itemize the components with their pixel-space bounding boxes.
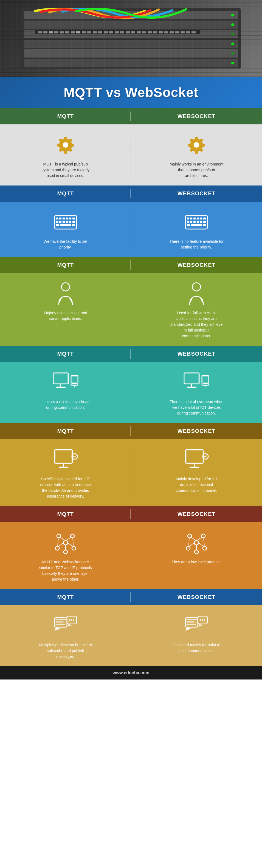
svg-rect-66	[200, 218, 202, 219]
svg-point-113	[72, 546, 76, 550]
svg-rect-74	[187, 224, 190, 226]
svg-rect-42	[192, 31, 196, 33]
right-cell-3: Used for full web client applications as…	[131, 273, 262, 346]
svg-rect-149	[186, 624, 196, 625]
websocket-header-4: WebSocket	[131, 346, 262, 362]
svg-rect-0	[21, 8, 241, 68]
svg-rect-56	[69, 221, 71, 223]
right-text-4: There is a lot of overhead when we have …	[169, 399, 224, 416]
sections-container: MQTT WebSocket MQTT is a typical pub/sub…	[0, 108, 262, 666]
svg-line-133	[188, 538, 190, 546]
svg-point-152	[202, 619, 203, 621]
svg-rect-18	[60, 31, 64, 33]
websocket-header-6: WebSocket	[131, 506, 262, 522]
svg-point-124	[201, 534, 205, 538]
svg-rect-40	[180, 31, 185, 33]
svg-rect-25	[98, 31, 102, 33]
section-header-4: MQTT WebSocket	[0, 346, 262, 362]
right-icon-4	[184, 370, 209, 395]
svg-rect-35	[153, 31, 157, 33]
section-header-1: MQTT WebSocket	[0, 108, 262, 124]
svg-rect-92	[185, 374, 198, 383]
left-text-3: Majorly used in client and server applic…	[38, 310, 93, 322]
websocket-header-3: WebSocket	[131, 257, 262, 273]
right-icon-7	[184, 614, 209, 638]
left-cell-3: Majorly used in client and server applic…	[0, 273, 131, 346]
svg-rect-100	[56, 451, 71, 462]
svg-rect-51	[72, 218, 75, 219]
svg-point-11	[231, 52, 234, 55]
svg-point-141	[69, 619, 70, 621]
svg-rect-31	[131, 31, 135, 33]
section-1: MQTT WebSocket MQTT is a typical pub/sub…	[0, 108, 262, 185]
left-cell-1: MQTT is a typical pub/sub system and the…	[0, 124, 131, 185]
left-text-5: Specifically designed for IOT devices wi…	[38, 476, 93, 499]
svg-line-131	[199, 543, 203, 546]
mqtt-header-5: MQTT	[0, 423, 131, 439]
svg-rect-48	[63, 218, 65, 219]
left-text-6: MQTT and Websockets are similar to TCP a…	[38, 559, 93, 582]
svg-rect-68	[187, 221, 189, 223]
left-icon-5	[53, 447, 78, 472]
svg-rect-13	[35, 30, 200, 34]
svg-rect-83	[53, 373, 68, 384]
svg-rect-98	[203, 383, 208, 384]
left-cell-7: Multiples parties can be able to subscri…	[0, 605, 131, 666]
section-4: MQTT WebSocket It incurs a minimal overh…	[0, 346, 262, 423]
left-icon-1	[53, 133, 78, 157]
mqtt-header-2: MQTT	[0, 185, 131, 202]
svg-point-10	[231, 42, 234, 45]
svg-rect-32	[137, 31, 141, 33]
svg-rect-19	[65, 31, 69, 33]
svg-point-12	[231, 62, 234, 64]
svg-line-129	[197, 537, 202, 540]
svg-rect-73	[203, 221, 206, 223]
svg-point-110	[57, 534, 61, 538]
left-cell-4: It incurs a minimal overhead during comm…	[0, 362, 131, 423]
right-text-1: Mainly works in an environment that supp…	[169, 161, 224, 179]
svg-marker-136	[55, 627, 60, 631]
svg-rect-4	[24, 40, 238, 48]
svg-rect-54	[63, 221, 65, 223]
right-icon-1	[184, 133, 209, 157]
svg-rect-71	[197, 221, 199, 223]
svg-point-9	[231, 33, 234, 36]
left-cell-2: We have the facility to set priority.	[0, 202, 131, 257]
svg-rect-23	[87, 31, 91, 33]
left-icon-3	[53, 281, 78, 306]
left-text-7: Multiples parties can be able to subscri…	[38, 642, 93, 659]
left-text-4: It incurs a minimal overhead during comm…	[38, 399, 93, 410]
svg-rect-69	[190, 221, 192, 223]
svg-rect-15	[43, 31, 48, 33]
svg-rect-22	[82, 31, 86, 33]
svg-line-115	[60, 537, 65, 540]
left-icon-7	[53, 614, 78, 638]
section-3: MQTT WebSocket Majorly used in client an…	[0, 257, 262, 346]
svg-point-44	[194, 142, 199, 148]
svg-line-134	[203, 538, 205, 546]
svg-point-109	[63, 540, 68, 545]
svg-rect-5	[24, 49, 238, 58]
svg-point-127	[195, 550, 198, 554]
svg-rect-46	[56, 218, 58, 219]
svg-rect-148	[186, 621, 195, 622]
right-cell-4: There is a lot of overhead when we have …	[131, 362, 262, 423]
svg-rect-50	[69, 218, 71, 219]
left-cell-6: MQTT and Websockets are similar to TCP a…	[0, 522, 131, 589]
svg-point-114	[64, 550, 67, 554]
right-cell-7: Designed mainly for point to point commu…	[131, 605, 262, 666]
svg-rect-67	[203, 218, 206, 219]
svg-rect-30	[126, 31, 130, 33]
svg-rect-75	[191, 224, 202, 226]
svg-point-111	[70, 534, 74, 538]
content-row-4: It incurs a minimal overhead during comm…	[0, 362, 262, 423]
svg-rect-107	[190, 467, 199, 468]
websocket-header-2: WebSocket	[131, 185, 262, 202]
mqtt-header-4: MQTT	[0, 346, 131, 362]
hero-image	[0, 0, 262, 77]
content-row-2: We have the facility to set priority. Th…	[0, 202, 262, 257]
svg-rect-147	[186, 619, 197, 620]
svg-rect-27	[109, 31, 113, 33]
section-header-7: MQTT WebSocket	[0, 589, 262, 605]
svg-line-116	[65, 537, 71, 540]
